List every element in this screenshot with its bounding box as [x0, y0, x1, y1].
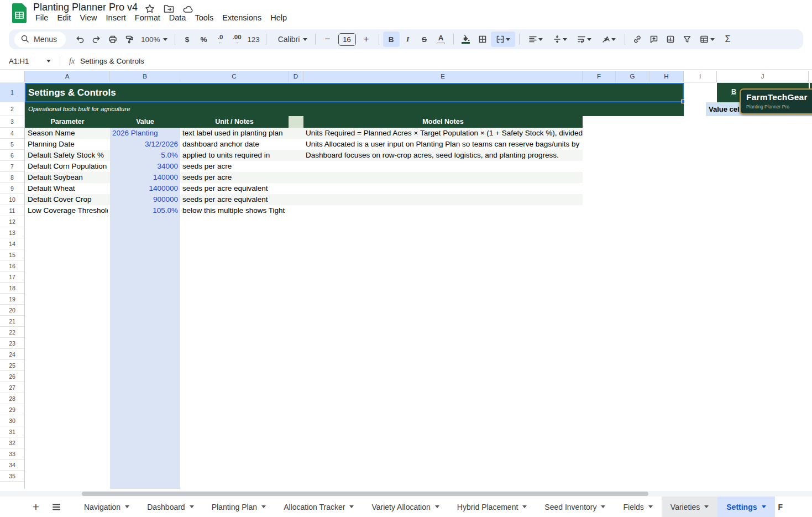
- sheet-tab[interactable]: Navigation: [75, 497, 138, 517]
- cell-parameter[interactable]: Low Coverage Threshold: [28, 205, 108, 216]
- decrease-decimal-button[interactable]: .0←: [212, 32, 229, 47]
- format-percent-button[interactable]: %: [196, 32, 212, 47]
- row-header[interactable]: 9: [0, 183, 24, 194]
- font-size-input[interactable]: 16: [338, 33, 356, 46]
- sheet-tab[interactable]: Dashboard: [138, 497, 203, 517]
- borders-button[interactable]: [474, 32, 491, 47]
- farmtechgear-logo[interactable]: FarmTechGear Planting Planner Pro: [740, 88, 812, 114]
- row-header[interactable]: 22: [0, 327, 24, 338]
- paint-format-button[interactable]: [121, 32, 138, 47]
- cell-unit[interactable]: seeds per acre: [182, 172, 415, 183]
- cell-value[interactable]: 1400000: [110, 183, 178, 194]
- sheet-tab[interactable]: Hybrid Placement: [448, 497, 536, 517]
- column-header[interactable]: [809, 71, 812, 82]
- cell-parameter[interactable]: Season Name: [28, 128, 108, 139]
- column-header[interactable]: D: [289, 71, 303, 82]
- table-header-row[interactable]: Parameter Value Unit / Notes Model Notes: [25, 116, 583, 128]
- document-title[interactable]: Planting Planner Pro v4: [33, 2, 138, 13]
- cell-parameter[interactable]: Default Cover Crop: [28, 194, 108, 205]
- row-header[interactable]: 2: [0, 102, 24, 116]
- row-header[interactable]: 26: [0, 371, 24, 382]
- cell-value[interactable]: 900000: [110, 194, 178, 205]
- menu-item[interactable]: Edit: [53, 12, 75, 23]
- cell-value[interactable]: 34000: [110, 161, 178, 172]
- cell-value[interactable]: 5.0%: [110, 150, 178, 161]
- row-header[interactable]: 31: [0, 426, 24, 437]
- increase-font-size-button[interactable]: +: [358, 32, 375, 47]
- row-header[interactable]: 8: [0, 172, 24, 183]
- sheet-tab[interactable]: Settings: [717, 497, 774, 517]
- column-header[interactable]: A: [25, 71, 110, 82]
- sheet-tab[interactable]: Variety Allocation: [363, 497, 448, 517]
- column-header[interactable]: F: [583, 71, 616, 82]
- zoom-control[interactable]: 100%: [138, 35, 171, 44]
- sheet-tab[interactable]: Varieties: [662, 497, 717, 517]
- sheet-tab[interactable]: Fields: [614, 497, 661, 517]
- name-box[interactable]: A1:H1: [0, 57, 56, 65]
- vertical-align-button[interactable]: [548, 32, 572, 47]
- header-value[interactable]: Value: [110, 116, 180, 128]
- row-header[interactable]: 20: [0, 305, 24, 316]
- row-header[interactable]: 29: [0, 404, 24, 415]
- cell-parameter[interactable]: Default Corn Population: [28, 161, 108, 172]
- row-header[interactable]: 24: [0, 349, 24, 360]
- header-model-notes[interactable]: Model Notes: [303, 116, 583, 128]
- row-header[interactable]: 12: [0, 216, 24, 227]
- column-header[interactable]: C: [180, 71, 289, 82]
- row-header[interactable]: 30: [0, 415, 24, 426]
- decrease-font-size-button[interactable]: −: [319, 32, 336, 47]
- functions-button[interactable]: Σ: [720, 32, 736, 47]
- horizontal-scrollbar-thumb[interactable]: [82, 492, 648, 496]
- text-wrap-button[interactable]: [572, 32, 596, 47]
- row-header[interactable]: 14: [0, 238, 24, 249]
- column-header[interactable]: B: [110, 71, 180, 82]
- menu-item[interactable]: View: [75, 12, 101, 23]
- row-header[interactable]: 33: [0, 448, 24, 459]
- italic-button[interactable]: I: [400, 32, 416, 47]
- row-header[interactable]: 10: [0, 194, 24, 205]
- cell-parameter[interactable]: Default Soybean: [28, 172, 108, 183]
- row-header[interactable]: 6: [0, 150, 24, 161]
- row-header[interactable]: 15: [0, 249, 24, 260]
- cell-unit[interactable]: seeds per acre equivalent: [182, 194, 415, 205]
- cell-unit[interactable]: below this multiple shows Tight: [182, 205, 415, 216]
- sheet-tab[interactable]: F: [775, 497, 787, 517]
- row-header[interactable]: 7: [0, 161, 24, 172]
- cell-unit[interactable]: seeds per acre equivalent: [182, 183, 415, 194]
- model-note-line[interactable]: Units Required = Planned Acres × Target …: [306, 128, 588, 139]
- print-button[interactable]: [104, 32, 121, 47]
- row-header[interactable]: 1: [0, 83, 24, 102]
- insert-link-button[interactable]: [629, 32, 646, 47]
- cell-unit[interactable]: seeds per acre: [182, 161, 415, 172]
- model-note-line[interactable]: Dashboard focuses on row-crop acres, see…: [306, 150, 588, 161]
- row-header[interactable]: 11: [0, 205, 24, 216]
- cell-parameter[interactable]: Default Wheat: [28, 183, 108, 194]
- redo-button[interactable]: [88, 32, 104, 47]
- format-currency-button[interactable]: $: [179, 32, 196, 47]
- strikethrough-button[interactable]: S: [416, 32, 433, 47]
- column-header[interactable]: I: [684, 71, 717, 82]
- row-header[interactable]: 23: [0, 338, 24, 349]
- undo-button[interactable]: [71, 32, 88, 47]
- row-header[interactable]: 18: [0, 283, 24, 294]
- font-selector[interactable]: Calibri: [270, 32, 311, 47]
- row-header[interactable]: 17: [0, 271, 24, 283]
- insert-chart-button[interactable]: [662, 32, 679, 47]
- row-header[interactable]: 13: [0, 227, 24, 238]
- merge-cells-button[interactable]: [491, 32, 515, 47]
- back-link[interactable]: B: [731, 88, 736, 96]
- row-header[interactable]: 3: [0, 116, 24, 128]
- column-header[interactable]: E: [303, 71, 583, 82]
- row-header[interactable]: 19: [0, 294, 24, 305]
- horizontal-align-button[interactable]: [523, 32, 548, 47]
- row-header[interactable]: 34: [0, 459, 24, 471]
- row-header[interactable]: 4: [0, 128, 24, 139]
- sheet-tab[interactable]: Allocation Tracker: [275, 497, 363, 517]
- menu-item[interactable]: Help: [266, 12, 291, 23]
- select-all-corner[interactable]: [0, 71, 25, 82]
- spacer-cell-d3[interactable]: [289, 116, 303, 128]
- text-rotation-button[interactable]: [596, 32, 621, 47]
- fill-handle[interactable]: [681, 100, 685, 103]
- sheets-logo-icon[interactable]: [12, 3, 27, 25]
- row-header[interactable]: 27: [0, 382, 24, 393]
